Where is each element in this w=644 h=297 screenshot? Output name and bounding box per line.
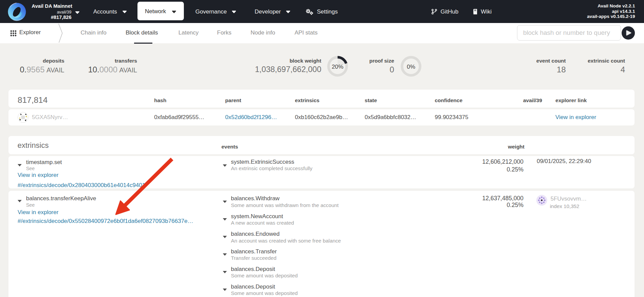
settings-icon (306, 9, 314, 15)
tab-api-stats[interactable]: API stats (295, 29, 318, 36)
link-wiki[interactable]: Wiki (481, 8, 492, 15)
svg-text:20%: 20% (332, 63, 343, 70)
extrinsics-header (8, 136, 635, 154)
grid-icon (10, 30, 17, 37)
svg-text:0%: 0% (407, 63, 415, 70)
tab-node-info[interactable]: Node info (251, 29, 275, 36)
expander-1[interactable] (18, 164, 22, 166)
view-in-explorer-ext1[interactable]: View in explorer (18, 172, 59, 178)
query-button[interactable] (622, 26, 635, 40)
avail-logo (8, 3, 26, 21)
expander-2[interactable] (18, 200, 22, 202)
link-github[interactable]: GitHub (441, 8, 458, 15)
tab-bar: Explorer Chain info Block details Latenc… (0, 23, 644, 43)
parent-link[interactable]: 0x52d60bd2f1296… (225, 114, 277, 120)
beneficiary-identicon (536, 195, 547, 206)
tab-latency[interactable]: Latency (178, 29, 199, 36)
proof-progress: 0% (401, 56, 422, 77)
decode-link-1[interactable]: #/extrinsics/decode/0x280403000b61e4014c… (18, 182, 145, 188)
weight-progress: 20% (327, 56, 348, 77)
nav-settings[interactable]: Settings (317, 8, 338, 15)
nav-developer[interactable]: Developer (255, 8, 281, 15)
chain-selector[interactable]: avail/39 (57, 10, 71, 15)
view-in-explorer-block[interactable]: View in explorer (555, 114, 596, 120)
tab-block-details[interactable]: Block details (126, 29, 158, 36)
decode-link-2[interactable]: #/extrinsics/decode/0x55028400972e6b0f1d… (18, 218, 193, 224)
block-query-input[interactable] (517, 25, 621, 41)
nav-governance[interactable]: Governance (195, 8, 227, 15)
top-bar: Avail DA Mainnet avail/39 #817,826 Accou… (0, 0, 644, 23)
view-in-explorer-ext2[interactable]: View in explorer (18, 209, 59, 215)
block-author-identicon (18, 112, 28, 123)
tab-chain-info[interactable]: Chain info (81, 29, 107, 36)
nav-network[interactable]: Network (137, 2, 184, 20)
avail-explorer-block-details: Avail DA Mainnet avail/39 #817,826 Accou… (0, 0, 644, 297)
tab-forks[interactable]: Forks (217, 29, 232, 36)
nav-accounts[interactable]: Accounts (93, 8, 117, 15)
